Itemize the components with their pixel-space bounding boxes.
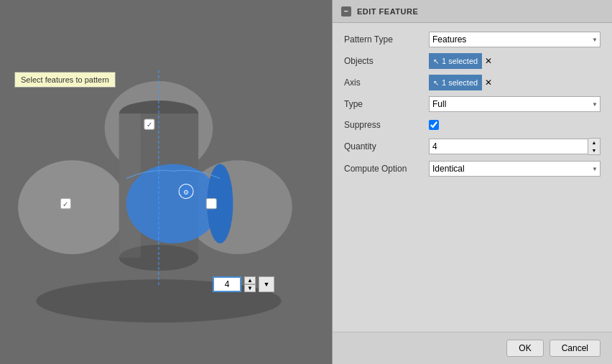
suppress-control: [429, 120, 601, 130]
edit-feature-panel: − EDIT FEATURE Pattern Type Features Bod…: [332, 0, 612, 364]
objects-badge-icon: ↖: [433, 57, 439, 65]
quantity-up-button[interactable]: ▲: [588, 139, 600, 146]
type-control: Full Symmetric One Direction ▼: [429, 96, 601, 112]
type-label: Type: [344, 99, 423, 109]
quantity-down-button[interactable]: ▼: [588, 146, 600, 154]
axis-badge[interactable]: ↖ 1 selected: [429, 75, 482, 90]
quantity-input[interactable]: [429, 139, 588, 154]
qty-dropdown-button[interactable]: ▼: [259, 276, 274, 292]
svg-text:✓: ✓: [147, 121, 152, 129]
quantity-row: Quantity ▲ ▼: [333, 135, 612, 158]
qty-down-button[interactable]: ▼: [244, 284, 256, 292]
pattern-type-select-wrapper[interactable]: Features Bodies Faces ▼: [429, 32, 601, 47]
objects-badge-text: 1 selected: [442, 57, 478, 65]
type-select[interactable]: Full Symmetric One Direction: [429, 96, 601, 112]
axis-badge-icon: ↖: [433, 79, 439, 87]
compute-option-select[interactable]: Identical Adjust Optimized: [429, 161, 601, 177]
pattern-type-control: Features Bodies Faces ▼: [429, 32, 601, 47]
axis-control: ↖ 1 selected ✕: [429, 75, 601, 90]
compute-option-select-wrapper[interactable]: Identical Adjust Optimized ▼: [429, 161, 601, 177]
quantity-control: ▲ ▼: [429, 138, 601, 155]
qty-input[interactable]: [213, 276, 241, 292]
quantity-label: Quantity: [344, 141, 423, 151]
compute-option-row: Compute Option Identical Adjust Optimize…: [333, 158, 612, 179]
scene-svg: ✓ ✓ ⚙: [0, 0, 332, 364]
compute-option-control: Identical Adjust Optimized ▼: [429, 161, 601, 177]
checkbox-3[interactable]: [206, 199, 216, 209]
svg-text:⚙: ⚙: [183, 189, 189, 196]
pattern-type-select[interactable]: Features Bodies Faces: [429, 32, 601, 47]
type-row: Type Full Symmetric One Direction ▼: [333, 93, 612, 115]
objects-clear-button[interactable]: ✕: [485, 56, 492, 66]
qty-up-button[interactable]: ▲: [244, 276, 256, 284]
tooltip: Select features to pattern: [14, 72, 116, 88]
type-select-wrapper[interactable]: Full Symmetric One Direction ▼: [429, 96, 601, 112]
panel-footer: OK Cancel: [333, 332, 612, 364]
ghost-copy-1: [18, 160, 126, 254]
axis-row: Axis ↖ 1 selected ✕: [333, 72, 612, 93]
pattern-type-row: Pattern Type Features Bodies Faces ▼: [333, 29, 612, 50]
svg-text:✓: ✓: [62, 200, 68, 208]
panel-header: − EDIT FEATURE: [333, 0, 612, 23]
axis-label: Axis: [344, 78, 423, 88]
axis-clear-button[interactable]: ✕: [485, 78, 492, 88]
ok-button[interactable]: OK: [506, 340, 543, 357]
objects-row: Objects ↖ 1 selected ✕: [333, 50, 612, 72]
objects-label: Objects: [344, 56, 423, 66]
suppress-checkbox[interactable]: [429, 120, 439, 130]
suppress-label: Suppress: [344, 120, 423, 130]
panel-form: Pattern Type Features Bodies Faces ▼ Obj…: [333, 23, 612, 332]
viewport: ✓ ✓ ⚙ Select features to pattern ▲ ▼ ▼: [0, 0, 332, 364]
panel-title: EDIT FEATURE: [357, 7, 418, 16]
quantity-spinner[interactable]: ▲ ▼: [588, 138, 601, 155]
axis-badge-text: 1 selected: [442, 78, 478, 87]
quantity-controls[interactable]: ▲ ▼ ▼: [213, 276, 274, 292]
compute-option-label: Compute Option: [344, 164, 423, 174]
objects-badge[interactable]: ↖ 1 selected: [429, 53, 482, 69]
cancel-button[interactable]: Cancel: [550, 340, 601, 357]
suppress-row: Suppress: [333, 115, 612, 135]
qty-spinner[interactable]: ▲ ▼: [244, 276, 256, 292]
objects-control: ↖ 1 selected ✕: [429, 53, 601, 69]
quantity-input-wrapper: ▲ ▼: [429, 138, 601, 155]
collapse-icon[interactable]: −: [341, 6, 351, 17]
pattern-type-label: Pattern Type: [344, 34, 423, 45]
